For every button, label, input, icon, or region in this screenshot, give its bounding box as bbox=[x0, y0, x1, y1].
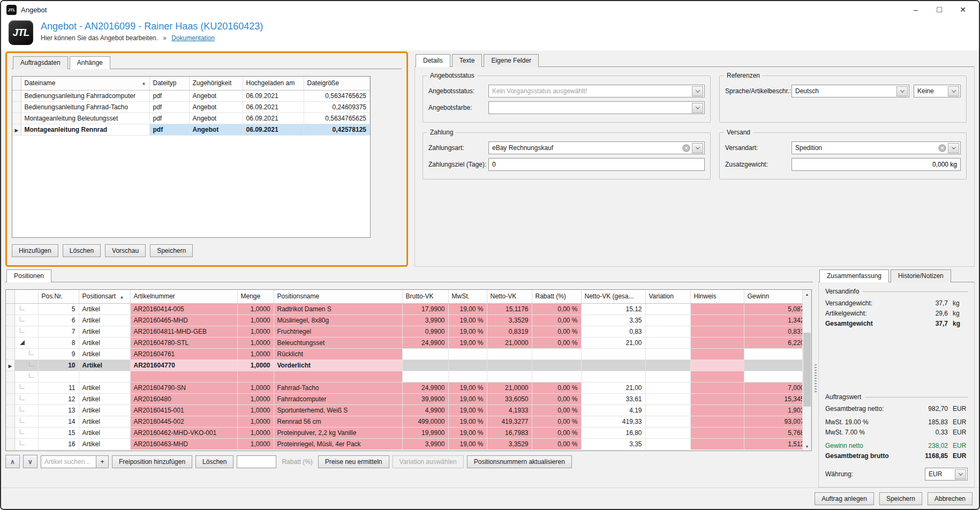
cell-mwst[interactable]: 19,00 % bbox=[448, 326, 487, 337]
cell-gewinn[interactable]: 0,8319 bbox=[744, 326, 811, 337]
cell-variation[interactable] bbox=[645, 303, 690, 314]
cell-hinweis[interactable] bbox=[690, 404, 744, 416]
sprache-combo[interactable]: Deutsch bbox=[791, 85, 909, 98]
chevron-down-icon[interactable] bbox=[692, 143, 703, 153]
position-row[interactable]: 11ArtikelAR201604790-SN1,0000Fahrrad-Tac… bbox=[6, 382, 811, 393]
position-row[interactable]: 7ArtikelAR201604811-MHD-GEB1,0000Fruchtr… bbox=[6, 326, 811, 337]
cell-posnr[interactable]: 14 bbox=[38, 416, 79, 427]
cell-positionsart[interactable]: Artikel bbox=[79, 382, 130, 393]
cell-netto-vk[interactable] bbox=[487, 348, 532, 359]
cell-rabatt[interactable]: 0,00 % bbox=[532, 314, 581, 326]
row-selector[interactable] bbox=[6, 348, 14, 359]
preise-neu-ermitteln-button[interactable]: Preise neu ermitteln bbox=[318, 455, 389, 468]
tab-texte[interactable]: Texte bbox=[452, 54, 483, 67]
cell-mwst[interactable]: 19,00 % bbox=[448, 416, 487, 427]
tree-indicator[interactable] bbox=[14, 393, 38, 404]
cell-positionsname[interactable] bbox=[274, 371, 402, 382]
tree-indicator[interactable] bbox=[14, 404, 38, 416]
cell-hochgeladen-am[interactable]: 06.09.2021 bbox=[243, 112, 304, 124]
cell-dateigroesse[interactable]: 0,5634765625 bbox=[304, 112, 370, 124]
cell-hinweis[interactable] bbox=[690, 382, 744, 393]
cell-menge[interactable]: 1,0000 bbox=[237, 348, 274, 359]
tree-indicator[interactable] bbox=[14, 416, 38, 427]
cell-positionsart[interactable] bbox=[79, 371, 130, 382]
tree-indicator[interactable] bbox=[14, 326, 38, 337]
cell-hinweis[interactable] bbox=[690, 416, 744, 427]
cell-menge[interactable]: 1,0000 bbox=[237, 359, 274, 371]
speichern-anhang-button[interactable]: Speichern bbox=[150, 244, 193, 257]
cell-gewinn[interactable]: 93,0077 bbox=[744, 416, 811, 427]
cell-positionsart[interactable]: Artikel bbox=[79, 427, 130, 438]
freiposition-button[interactable]: Freiposition hinzufügen bbox=[112, 455, 192, 468]
cell-netto-vk-gesamt[interactable] bbox=[581, 371, 645, 382]
cell-variation[interactable] bbox=[645, 416, 690, 427]
angebotsfarbe-combo[interactable] bbox=[488, 101, 705, 114]
cell-rabatt[interactable]: 0,00 % bbox=[532, 416, 581, 427]
clear-icon[interactable]: ✕ bbox=[682, 144, 690, 152]
chevron-down-icon[interactable] bbox=[955, 469, 966, 479]
cell-menge[interactable]: 1,0000 bbox=[237, 404, 274, 416]
minimize-button[interactable]: – bbox=[904, 1, 928, 18]
cell-brutto-vk[interactable]: 0,9900 bbox=[402, 326, 448, 337]
position-row[interactable]: 15ArtikelAR20160462-MHD-VKO-0011,0000Pro… bbox=[6, 427, 811, 438]
cell-dateiname[interactable]: Bedienungsanleitung Fahrrad-Tacho bbox=[21, 101, 149, 112]
cell-variation[interactable] bbox=[645, 359, 690, 371]
scroll-up-icon[interactable]: ▲ bbox=[803, 290, 811, 298]
position-row[interactable]: ▶10ArtikelAR2016047701,0000Vorderlicht bbox=[6, 359, 811, 371]
tab-auftragsdaten[interactable]: Auftragsdaten bbox=[13, 56, 68, 69]
angebotsstatus-combo[interactable]: Kein Vorgangsstatus ausgewählt! bbox=[488, 85, 705, 98]
row-selector[interactable] bbox=[6, 416, 14, 427]
row-selector[interactable] bbox=[6, 382, 14, 393]
cell-hochgeladen-am[interactable]: 06.09.2021 bbox=[243, 101, 304, 112]
cell-rabatt[interactable]: 0,00 % bbox=[532, 393, 581, 404]
tree-indicator[interactable] bbox=[14, 348, 38, 359]
chevron-down-icon[interactable] bbox=[692, 103, 703, 113]
cell-positionsname[interactable]: Rennrad 56 cm bbox=[274, 416, 402, 427]
cell-hinweis[interactable] bbox=[690, 438, 744, 449]
tree-indicator[interactable] bbox=[14, 314, 38, 326]
cell-posnr[interactable]: 13 bbox=[38, 404, 79, 416]
cell-mwst[interactable]: 19,00 % bbox=[448, 404, 487, 416]
col-positionsname[interactable]: Positionsname bbox=[274, 290, 402, 303]
cell-gewinn[interactable] bbox=[744, 348, 811, 359]
chevron-down-icon[interactable] bbox=[948, 143, 959, 153]
cell-positionsname[interactable]: Rücklicht bbox=[274, 348, 402, 359]
cell-dateityp[interactable]: pdf bbox=[149, 112, 189, 124]
cell-rabatt[interactable]: 0,00 % bbox=[532, 404, 581, 416]
abbrechen-button[interactable]: Abbrechen bbox=[928, 492, 973, 505]
position-row[interactable]: 16ArtikelAR20160463-MHD1,0000Proteinrieg… bbox=[6, 438, 811, 449]
cell-gewinn[interactable]: 5,0876 bbox=[744, 303, 811, 314]
tree-indicator[interactable] bbox=[14, 337, 38, 348]
cell-mwst[interactable]: 19,00 % bbox=[448, 382, 487, 393]
cell-dateiname[interactable]: Montageanleitung Beleutungsset bbox=[21, 112, 149, 124]
close-button[interactable]: ✕ bbox=[951, 1, 975, 18]
cell-brutto-vk[interactable]: 3,9900 bbox=[402, 438, 448, 449]
add-artikel-button[interactable]: + bbox=[96, 455, 109, 468]
cell-posnr[interactable]: 16 bbox=[38, 438, 79, 449]
cell-rabatt[interactable] bbox=[532, 359, 581, 371]
cell-rabatt[interactable] bbox=[532, 348, 581, 359]
cell-netto-vk-gesamt[interactable]: 4,19 bbox=[581, 404, 645, 416]
cell-gewinn[interactable]: 1,9033 bbox=[744, 404, 811, 416]
cell-dateiname[interactable]: Bedienungsanleitung Fahrradcomputer bbox=[21, 90, 149, 101]
position-row[interactable]: 12ArtikelAR201604801,0000Fahrradcomputer… bbox=[6, 393, 811, 404]
tree-indicator[interactable] bbox=[14, 427, 38, 438]
cell-positionsname[interactable]: Fahrrad-Tacho bbox=[274, 382, 402, 393]
cell-gewinn[interactable]: 5,7683 bbox=[744, 427, 811, 438]
cell-netto-vk[interactable]: 3,3529 bbox=[487, 314, 532, 326]
cell-menge[interactable]: 1,0000 bbox=[237, 314, 274, 326]
col-dateityp[interactable]: Dateityp bbox=[149, 77, 189, 90]
chevron-down-icon[interactable] bbox=[896, 86, 908, 96]
clear-icon[interactable]: ✕ bbox=[938, 144, 946, 152]
scroll-down-icon[interactable]: ▼ bbox=[803, 442, 811, 451]
cell-artikelnummer[interactable]: AR20160480 bbox=[130, 393, 237, 404]
cell-brutto-vk[interactable]: 17,9900 bbox=[402, 303, 448, 314]
cell-hinweis[interactable] bbox=[690, 314, 744, 326]
zahlungsziel-input[interactable] bbox=[488, 158, 705, 171]
cell-hochgeladen-am[interactable]: 06.09.2021 bbox=[243, 124, 304, 135]
cell-artikelnummer[interactable]: AR20160463-MHD bbox=[130, 438, 237, 449]
tab-historie-notizen[interactable]: Historie/Notizen bbox=[891, 269, 951, 282]
cell-mwst[interactable]: 19,00 % bbox=[448, 303, 487, 314]
move-up-button[interactable]: ∧ bbox=[5, 455, 20, 468]
cell-positionsart[interactable]: Artikel bbox=[79, 404, 130, 416]
